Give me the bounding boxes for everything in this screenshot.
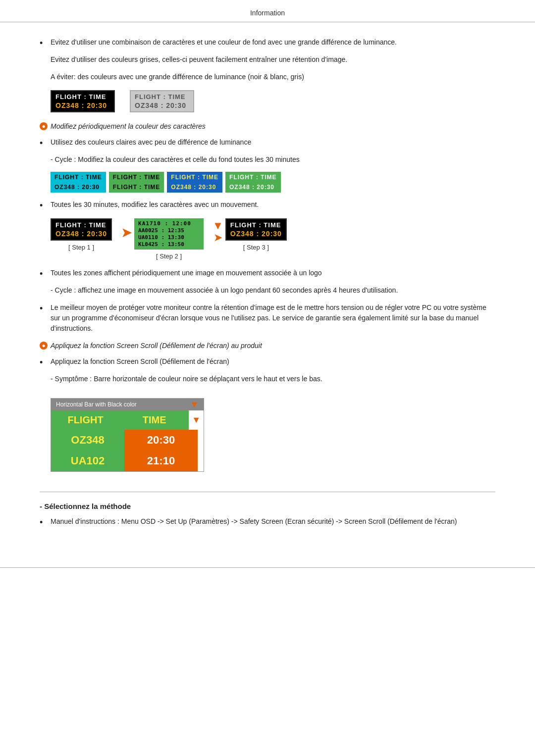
hbar-row2-right: 20:30: [124, 430, 198, 451]
cycle-cyan-r1: FLIGHT : TIME: [54, 174, 102, 182]
hbar-container: Horizontal Bar with Black color ▼ FLIGHT…: [51, 398, 204, 472]
flight-box-gray: FLIGHT : TIME OZ348 : 20:30: [130, 90, 194, 112]
indent-6-text: - Symptôme : Barre horizontale de couleu…: [51, 375, 322, 383]
cycle-cyan-r2: OZ348 : 20:30: [54, 184, 102, 191]
bullet-6-text: Appliquez la fonction Screen Scroll (Déf…: [51, 356, 229, 367]
flight-box-black-row1: FLIGHT : TIME: [55, 93, 110, 101]
step-arrow-1: ➤: [121, 220, 134, 241]
page-footer: [0, 567, 535, 568]
cycle-wg-r1: FLIGHT : TIME: [229, 174, 277, 182]
hbar-row3: UA102 21:10: [51, 451, 204, 471]
main-content: • Evitez d'utiliser une combinaison de c…: [0, 22, 535, 553]
bullet-dot-3: •: [40, 200, 49, 212]
indent-block-4: - Cycle : affichez une image en mouvemen…: [51, 285, 495, 296]
cycle-box-cyan: FLIGHT : TIME OZ348 : 20:30: [51, 172, 106, 193]
indent-block-6: - Symptôme : Barre horizontale de couleu…: [51, 374, 495, 384]
italic-note-1-text: Modifiez périodiquement la couleur des c…: [51, 122, 206, 130]
hbar-row3-left: UA102: [51, 451, 124, 471]
step3-box-r1: FLIGHT : TIME: [230, 221, 282, 230]
step1-box-r2: OZ348 : 20:30: [55, 230, 107, 238]
bullet-1: • Evitez d'utiliser une combinaison de c…: [40, 37, 495, 50]
flight-box-black-row2: OZ348 : 20:30: [55, 101, 110, 109]
indent-2-text: A éviter: des couleurs avec une grande d…: [51, 73, 304, 81]
bullet-dot-5: •: [40, 302, 49, 315]
bullet-2-text: Utilisez des couleurs claires avec peu d…: [51, 137, 251, 148]
hbar-row1-right: TIME: [120, 410, 189, 430]
arrow-right-icon-1: ➤: [121, 224, 132, 241]
hbar-row2: OZ348 20:30: [51, 430, 204, 451]
bottom-bullet-text: Manuel d'instructions : Menu OSD -> Set …: [51, 516, 457, 527]
step2-box-r1: KA1710 : 12:00: [138, 220, 200, 227]
arrow-right-icon-2: ➤: [214, 232, 222, 243]
hbar-row2-arrow: [198, 430, 204, 451]
hbar-arrow-down-icon: ▼: [190, 400, 199, 409]
cycle-yb-r1: FLIGHT : TIME: [171, 174, 218, 182]
step2-box-r3: UA0110 : 13:30: [138, 234, 200, 241]
bullet-dot-1: •: [40, 37, 49, 50]
hbar-row1-arrow-icon: ▼: [192, 415, 201, 425]
cycle-yb-r2: OZ348 : 20:30: [171, 184, 218, 191]
indent-cycle-text: - Cycle : Modifiez la couleur des caract…: [51, 154, 495, 165]
step3-label: [ Step 3 ]: [243, 244, 269, 251]
italic-note-2: ● Appliquez la fonction Screen Scroll (D…: [40, 342, 495, 350]
cycle-demo: FLIGHT : TIME OZ348 : 20:30 FLIGHT : TIM…: [51, 172, 495, 193]
step2-box: KA1710 : 12:00 AA0025 : 12:35 UA0110 : 1…: [134, 218, 204, 250]
hbar-row1-left: FLIGHT: [51, 410, 120, 430]
step2-label: [ Step 2 ]: [156, 252, 182, 260]
flight-box-gray-row1: FLIGHT : TIME: [135, 93, 189, 101]
hbar-row3-right: 21:10: [124, 451, 198, 471]
step-3-item: FLIGHT : TIME OZ348 : 20:30 [ Step 3 ]: [225, 218, 287, 251]
cycle-wg-r2: OZ348 : 20:30: [229, 184, 277, 191]
hbar-row1-arrow: ▼: [189, 410, 204, 430]
hbar-row3-arrow: [198, 451, 204, 471]
hbar-title-text: Horizontal Bar with Black color: [56, 401, 137, 408]
indent-1-text: Evitez d'utiliser des couleurs grises, c…: [51, 55, 347, 63]
cycle-green-r1: FLIGHT : TIME: [113, 174, 160, 182]
bullet-5-text: Le meilleur moyen de protéger votre moni…: [51, 302, 495, 334]
orange-icon-1: ●: [40, 122, 48, 130]
bullet-4: • Toutes les zones affichent périodiquem…: [40, 268, 495, 280]
step1-label: [ Step 1 ]: [68, 244, 94, 251]
indent-block-1: Evitez d'utiliser des couleurs grises, c…: [51, 54, 495, 65]
bullet-5: • Le meilleur moyen de protéger votre mo…: [40, 302, 495, 334]
step1-box-r1: FLIGHT : TIME: [55, 221, 107, 230]
page-header: Information: [0, 0, 535, 22]
bullet-3: • Toutes les 30 minutes, modifiez les ca…: [40, 200, 495, 212]
step2-box-r2: AA0025 : 12:35: [138, 227, 200, 234]
bullet-3-text: Toutes les 30 minutes, modifiez les cara…: [51, 200, 259, 210]
indent-4-text: - Cycle : affichez une image en mouvemen…: [51, 286, 398, 294]
indent-block-2: A éviter: des couleurs avec une grande d…: [51, 72, 495, 82]
bullet-2: • Utilisez des couleurs claires avec peu…: [40, 137, 495, 150]
bullet-4-text: Toutes les zones affichent périodiquemen…: [51, 268, 322, 278]
cycle-box-yellow-blue: FLIGHT : TIME OZ348 : 20:30: [167, 172, 222, 193]
select-method-heading: - Sélectionnez la méthode: [40, 502, 495, 510]
step-1-item: FLIGHT : TIME OZ348 : 20:30 [ Step 1 ]: [51, 218, 112, 251]
step-arrows-2: ▼ ➤: [213, 220, 223, 243]
cycle-green-r2: FLIGHT : TIME: [113, 184, 160, 191]
italic-note-2-text: Appliquez la fonction Screen Scroll (Déf…: [51, 342, 262, 350]
flight-box-gray-row2: OZ348 : 20:30: [135, 101, 189, 109]
bottom-bullet: • Manuel d'instructions : Menu OSD -> Se…: [40, 516, 495, 529]
section-divider: [40, 492, 495, 492]
flight-box-black: FLIGHT : TIME OZ348 : 20:30: [51, 90, 115, 112]
step3-box-r2: OZ348 : 20:30: [230, 230, 282, 238]
hbar-row1: FLIGHT TIME ▼: [51, 410, 204, 430]
cycle-box-green: FLIGHT : TIME FLIGHT : TIME: [109, 172, 164, 193]
step-2-item: KA1710 : 12:00 AA0025 : 12:35 UA0110 : 1…: [134, 218, 204, 260]
step2-box-r4: KL0425 : 13:50: [138, 241, 200, 248]
step1-box: FLIGHT : TIME OZ348 : 20:30: [51, 218, 112, 241]
step3-box: FLIGHT : TIME OZ348 : 20:30: [225, 218, 287, 241]
bullet-dot-2: •: [40, 137, 49, 150]
bullet-6: • Appliquez la fonction Screen Scroll (D…: [40, 356, 495, 369]
header-title: Information: [250, 9, 285, 17]
bullet-dot-6: •: [40, 356, 49, 369]
cycle-box-white-green: FLIGHT : TIME OZ348 : 20:30: [225, 172, 281, 193]
step-demo: FLIGHT : TIME OZ348 : 20:30 [ Step 1 ] ➤…: [51, 218, 495, 260]
hbar-title-bar: Horizontal Bar with Black color ▼: [51, 399, 204, 410]
bullet-dot-4: •: [40, 268, 49, 280]
arrow-down-icon-1: ▼: [213, 220, 223, 231]
hbar-demo: Horizontal Bar with Black color ▼ FLIGHT…: [51, 398, 204, 472]
hbar-row2-left: OZ348: [51, 430, 124, 451]
bullet-1-text: Evitez d'utiliser une combinaison de car…: [51, 37, 397, 48]
orange-icon-2: ●: [40, 342, 48, 350]
